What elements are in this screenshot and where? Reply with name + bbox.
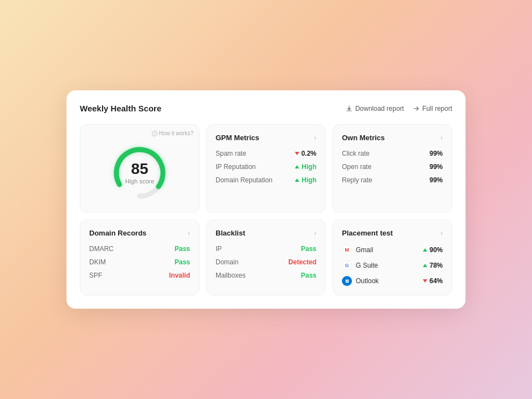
gmail-icon: M bbox=[342, 245, 352, 255]
gsuite-arrow-icon bbox=[423, 264, 427, 267]
reply-rate-value: 99% bbox=[429, 176, 443, 184]
dkim-row: DKIM Pass bbox=[89, 258, 190, 266]
dmarc-label: DMARC bbox=[89, 245, 114, 253]
outlook-label: Outlook bbox=[356, 277, 378, 285]
domain-records-title: Domain Records bbox=[89, 229, 146, 237]
score-center: 85 High score bbox=[125, 161, 155, 185]
domain-records-chevron-icon[interactable]: › bbox=[188, 229, 190, 237]
dkim-value: Pass bbox=[175, 258, 190, 266]
blacklist-header: Blacklist › bbox=[216, 229, 316, 237]
download-icon bbox=[346, 105, 352, 112]
spf-value: Invalid bbox=[169, 272, 190, 279]
gsuite-row: G G Suite 78% bbox=[342, 260, 443, 270]
spf-row: SPF Invalid bbox=[89, 272, 190, 279]
outlook-arrow-icon bbox=[423, 279, 427, 283]
click-rate-value: 99% bbox=[429, 150, 443, 157]
arrow-up-icon bbox=[295, 165, 299, 168]
gpm-metrics-chevron-icon[interactable]: › bbox=[314, 134, 316, 142]
gpm-spam-rate-row: Spam rate 0.2% bbox=[216, 150, 316, 157]
gmail-label: Gmail bbox=[356, 246, 373, 254]
open-rate-label: Open rate bbox=[342, 163, 371, 171]
download-report-button[interactable]: Download report bbox=[346, 105, 404, 112]
domain-records-header: Domain Records › bbox=[89, 229, 190, 237]
gpm-domain-reputation-value: High bbox=[295, 176, 316, 184]
score-label: High score bbox=[125, 178, 155, 185]
spf-label: SPF bbox=[89, 272, 102, 279]
blacklist-mailboxes-row: Mailboxes Pass bbox=[216, 272, 316, 279]
card-header: Weekly Health Score Download report Full… bbox=[80, 104, 452, 113]
gpm-metrics-panel: GPM Metrics › Spam rate 0.2% IP Reputati… bbox=[206, 124, 326, 213]
score-circle: 85 High score bbox=[109, 142, 170, 203]
main-grid: ? How it works? 85 High score G bbox=[80, 124, 452, 295]
gsuite-left: G G Suite bbox=[342, 260, 378, 270]
gpm-spam-rate-value: 0.2% bbox=[295, 150, 316, 157]
open-rate-row: Open rate 99% bbox=[342, 163, 443, 171]
dmarc-value: Pass bbox=[175, 245, 190, 253]
gpm-ip-reputation-value: High bbox=[295, 163, 316, 171]
placement-test-panel: Placement test › M Gmail 90% G G Suite bbox=[332, 219, 452, 295]
click-rate-label: Click rate bbox=[342, 150, 370, 157]
placement-test-title: Placement test bbox=[342, 229, 393, 237]
full-report-button[interactable]: Full report bbox=[413, 105, 452, 112]
own-metrics-title: Own Metrics bbox=[342, 134, 385, 142]
header-actions: Download report Full report bbox=[346, 105, 452, 112]
blacklist-ip-row: IP Pass bbox=[216, 245, 316, 253]
blacklist-ip-label: IP bbox=[216, 245, 222, 253]
outlook-right: 64% bbox=[423, 277, 443, 285]
weekly-health-card: Weekly Health Score Download report Full… bbox=[66, 90, 466, 309]
gpm-metrics-title: GPM Metrics bbox=[216, 134, 259, 142]
gsuite-value: 78% bbox=[429, 262, 443, 269]
blacklist-domain-label: Domain bbox=[216, 258, 238, 266]
dmarc-row: DMARC Pass bbox=[89, 245, 190, 253]
gmail-row: M Gmail 90% bbox=[342, 245, 443, 255]
gsuite-icon: G bbox=[342, 260, 352, 270]
click-rate-row: Click rate 99% bbox=[342, 150, 443, 157]
gmail-value: 90% bbox=[429, 246, 443, 254]
domain-records-panel: Domain Records › DMARC Pass DKIM Pass SP… bbox=[80, 219, 200, 295]
blacklist-mailboxes-label: Mailboxes bbox=[216, 272, 245, 279]
outlook-icon: ⊠ bbox=[342, 276, 352, 286]
gmail-left: M Gmail bbox=[342, 245, 373, 255]
own-metrics-header: Own Metrics › bbox=[342, 134, 443, 142]
reply-rate-label: Reply rate bbox=[342, 176, 372, 184]
open-rate-value: 99% bbox=[429, 163, 443, 171]
dkim-label: DKIM bbox=[89, 258, 106, 266]
how-it-works-link[interactable]: ? How it works? bbox=[152, 130, 193, 136]
placement-test-chevron-icon[interactable]: › bbox=[441, 229, 443, 237]
gpm-metrics-header: GPM Metrics › bbox=[216, 134, 316, 142]
blacklist-mailboxes-value: Pass bbox=[301, 272, 316, 279]
score-value: 85 bbox=[125, 161, 155, 177]
score-panel: ? How it works? 85 High score bbox=[80, 124, 200, 213]
reply-rate-row: Reply rate 99% bbox=[342, 176, 443, 184]
gmail-right: 90% bbox=[423, 246, 443, 254]
blacklist-domain-row: Domain Detected bbox=[216, 258, 316, 266]
gpm-domain-reputation-row: Domain Reputation High bbox=[216, 176, 316, 184]
outlook-row: ⊠ Outlook 64% bbox=[342, 276, 443, 286]
arrow-down-icon bbox=[295, 152, 299, 155]
blacklist-panel: Blacklist › IP Pass Domain Detected Mail… bbox=[206, 219, 326, 295]
outlook-left: ⊠ Outlook bbox=[342, 276, 378, 286]
gmail-arrow-icon bbox=[423, 248, 427, 252]
arrow-right-icon bbox=[413, 105, 420, 112]
blacklist-ip-value: Pass bbox=[301, 245, 316, 253]
svg-text:?: ? bbox=[154, 132, 156, 136]
card-title: Weekly Health Score bbox=[80, 104, 161, 113]
gsuite-label: G Suite bbox=[356, 262, 378, 269]
gpm-domain-reputation-label: Domain Reputation bbox=[216, 176, 273, 184]
blacklist-title: Blacklist bbox=[216, 229, 245, 237]
blacklist-domain-value: Detected bbox=[288, 258, 316, 266]
gpm-spam-rate-label: Spam rate bbox=[216, 150, 246, 157]
outlook-value: 64% bbox=[429, 277, 443, 285]
own-metrics-chevron-icon[interactable]: › bbox=[441, 134, 443, 142]
own-metrics-panel: Own Metrics › Click rate 99% Open rate 9… bbox=[332, 124, 452, 213]
gpm-ip-reputation-label: IP Reputation bbox=[216, 163, 256, 171]
gpm-ip-reputation-row: IP Reputation High bbox=[216, 163, 316, 171]
placement-test-header: Placement test › bbox=[342, 229, 443, 237]
arrow-up-icon-2 bbox=[295, 178, 299, 182]
gsuite-right: 78% bbox=[423, 262, 443, 269]
blacklist-chevron-icon[interactable]: › bbox=[314, 229, 316, 237]
